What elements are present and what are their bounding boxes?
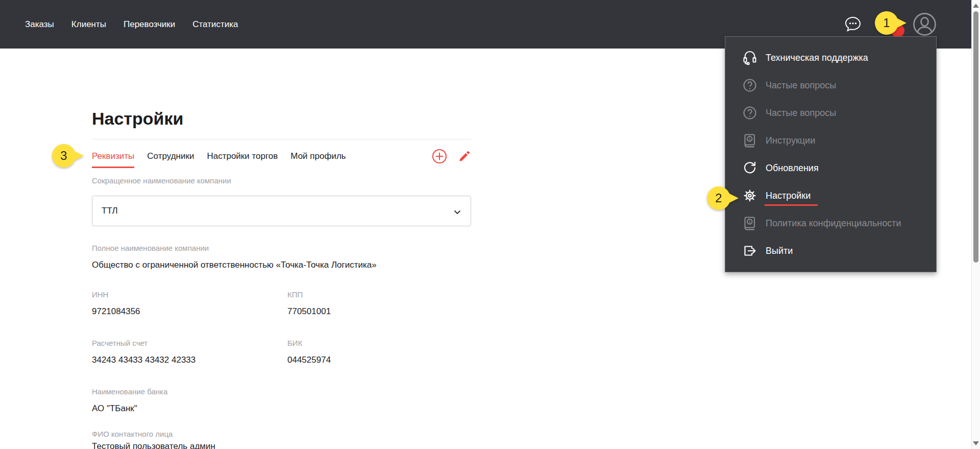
headset-icon [742, 50, 757, 65]
field-label: ИНН [92, 290, 287, 299]
annotation-step-2: 2 [707, 186, 730, 210]
page-title: Настройки [92, 108, 471, 129]
menu-item-label: Настройки [766, 191, 811, 201]
menu-item-instructions[interactable]: Инструкции [725, 127, 936, 154]
divider [92, 139, 471, 139]
tab-my-profile[interactable]: Мой профиль [290, 150, 346, 163]
annotation-number: 1 [883, 16, 890, 30]
field-bik: БИК 044525974 [287, 339, 331, 366]
field-label: ФИО контактного лица [92, 430, 471, 439]
user-profile-icon[interactable] [913, 12, 937, 36]
menu-item-label: Частые вопросы [766, 80, 836, 91]
field-short-company-name: Сокращенное наименование компании ТТЛ [92, 176, 471, 226]
field-label: БИК [287, 339, 331, 348]
annotation-step-1: 1 [875, 11, 898, 35]
menu-item-label: Политика конфиденциальности [766, 218, 901, 229]
tab-trade-settings[interactable]: Настройки торгов [207, 150, 278, 163]
instructions-book-icon [742, 133, 757, 148]
menu-item-label: Инструкции [766, 135, 815, 146]
scroll-up-arrow-icon[interactable] [973, 4, 979, 8]
field-value: Тестовый пользователь админ [92, 441, 471, 449]
annotation-number: 3 [60, 149, 67, 163]
vertical-scrollbar[interactable] [971, 0, 980, 449]
menu-item-logout[interactable]: Выйти [725, 237, 936, 265]
field-value: 044525974 [287, 355, 331, 366]
field-inn: ИНН 9721084356 [92, 290, 287, 317]
annotation-number: 2 [715, 191, 722, 205]
field-row-account-bik: Расчетный счет 34243 43433 43432 42333 Б… [92, 339, 471, 366]
settings-tabs: Реквизиты Сотрудники Настройки торгов Мо… [92, 150, 471, 163]
field-label: Расчетный счет [92, 339, 287, 348]
field-contact-person: ФИО контактного лица Тестовый пользовате… [92, 430, 471, 449]
short-company-name-select[interactable]: ТТЛ [92, 196, 471, 226]
question-circle-icon [742, 78, 757, 93]
field-account: Расчетный счет 34243 43433 43432 42333 [92, 339, 287, 366]
nav-item-carriers[interactable]: Перевозчики [124, 19, 175, 30]
field-value: АО "ТБанк" [92, 403, 471, 414]
scrollbar-thumb[interactable] [973, 11, 978, 263]
select-value: ТТЛ [102, 206, 118, 216]
add-circle-icon[interactable] [431, 148, 448, 164]
menu-item-settings[interactable]: Настройки [725, 182, 936, 209]
field-bank-name: Наименование банка АО "ТБанк" [92, 387, 471, 414]
menu-item-label: Частые вопросы [766, 108, 836, 119]
logout-icon [742, 243, 757, 258]
policy-book-icon [742, 216, 757, 231]
field-value: 34243 43433 43432 42333 [92, 355, 287, 366]
menu-item-faq-2[interactable]: Частые вопросы [725, 99, 936, 127]
menu-item-privacy-policy[interactable]: Политика конфиденциальности [725, 209, 936, 237]
gear-icon [742, 188, 757, 203]
menu-item-tech-support[interactable]: Техническая поддержка [725, 44, 936, 72]
field-kpp: КПП 770501001 [287, 290, 331, 317]
field-value: 770501001 [287, 306, 331, 317]
tab-employees[interactable]: Сотрудники [147, 150, 194, 163]
chevron-down-icon [453, 208, 461, 218]
field-label: Наименование банка [92, 387, 471, 396]
field-full-company-name: Полное наименование компании Общество с … [92, 244, 471, 271]
menu-item-updates[interactable]: Обновления [725, 154, 936, 182]
field-value: Общество с ограниченной ответственностью… [92, 259, 471, 271]
field-label: Сокращенное наименование компании [92, 176, 471, 185]
field-value: 9721084356 [92, 306, 287, 317]
nav-item-orders[interactable]: Заказы [25, 19, 54, 30]
chat-bubble-icon[interactable] [844, 15, 862, 33]
field-label: КПП [287, 290, 331, 299]
question-circle-icon [742, 105, 757, 121]
refresh-icon [742, 160, 757, 176]
menu-item-label: Техническая поддержка [766, 53, 868, 63]
nav-item-statistics[interactable]: Статистика [192, 19, 238, 30]
field-row-inn-kpp: ИНН 9721084356 КПП 770501001 [92, 290, 471, 317]
edit-pencil-icon[interactable] [458, 150, 471, 163]
tab-requisites[interactable]: Реквизиты [92, 150, 134, 163]
field-label: Полное наименование компании [92, 244, 471, 253]
nav-item-clients[interactable]: Клиенты [71, 19, 106, 30]
menu-item-faq-1[interactable]: Частые вопросы [725, 72, 936, 99]
menu-item-label: Выйти [766, 246, 793, 256]
scroll-down-arrow-icon[interactable] [973, 441, 979, 445]
user-dropdown-menu: Техническая поддержка Частые вопросы Час… [725, 36, 937, 272]
settings-page: Настройки Реквизиты Сотрудники Настройки… [92, 108, 471, 449]
menu-item-label: Обновления [766, 163, 819, 174]
annotation-step-3: 3 [52, 144, 76, 168]
